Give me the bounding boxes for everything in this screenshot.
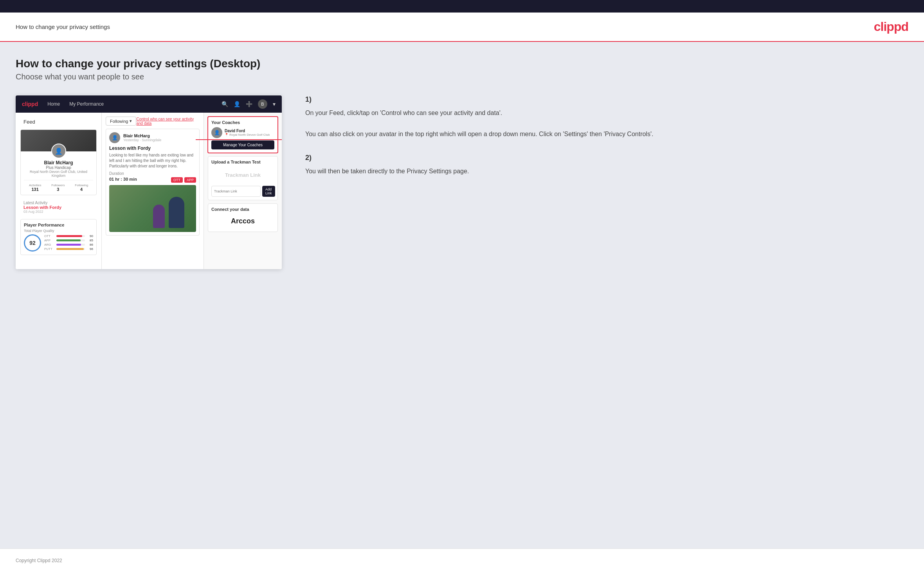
post-avatar: 👤 xyxy=(109,132,120,143)
post-tags: OTT APP xyxy=(171,177,196,183)
profile-card: 👤 Blair McHarg Plus Handicap Royal North… xyxy=(20,129,97,195)
search-icon[interactable]: 🔍 xyxy=(222,101,228,107)
golfer-silhouette xyxy=(169,197,184,228)
app-main: Following ▾ Control who can see your act… xyxy=(102,113,204,269)
post-duration-label: Duration xyxy=(109,171,196,176)
instruction-1-text: On your Feed, click/tap on 'Control who … xyxy=(305,108,908,140)
pp-title: Player Performance xyxy=(24,223,93,227)
main-content: How to change your privacy settings (Des… xyxy=(0,42,924,548)
pp-quality-label: Total Player Quality xyxy=(24,229,93,233)
following-label: Following xyxy=(110,119,128,124)
top-bar xyxy=(0,0,924,13)
trackman-title: Upload a Trackman Test xyxy=(211,160,274,164)
trackman-card: Upload a Trackman Test Trackman Link Add… xyxy=(208,156,278,200)
pp-stat-putt: PUTT 96 xyxy=(44,247,93,251)
trackman-input[interactable] xyxy=(211,186,261,197)
stat-followers-value: 3 xyxy=(51,187,65,192)
instruction-1: 1) On your Feed, click/tap on 'Control w… xyxy=(305,95,908,140)
post-duration-value: 01 hr : 30 min xyxy=(109,177,137,182)
footer: Copyright Clippd 2022 xyxy=(0,548,924,572)
people-icon[interactable]: 👤 xyxy=(234,101,240,107)
latest-activity-label: Latest Activity xyxy=(23,201,94,205)
instructions-col: 1) On your Feed, click/tap on 'Control w… xyxy=(297,95,908,191)
feed-header: Following ▾ Control who can see your act… xyxy=(106,117,200,126)
profile-name: Blair McHarg xyxy=(24,160,93,165)
app-nav-icons: 🔍 👤 ➕ B ▾ xyxy=(222,99,276,109)
profile-handicap: Plus Handicap xyxy=(24,165,93,170)
instruction-1-number: 1) xyxy=(305,95,908,104)
chevron-down-icon[interactable]: ▾ xyxy=(273,101,276,107)
clippd-logo: clippd xyxy=(874,20,908,34)
tag-app: APP xyxy=(184,177,196,183)
control-link[interactable]: Control who can see your activity and da… xyxy=(136,117,200,126)
pp-stats: OTT 90 APP xyxy=(44,234,93,252)
stat-followers-label: Followers xyxy=(51,183,65,187)
profile-club: Royal North Devon Golf Club, United King… xyxy=(24,170,93,178)
profile-avatar: 👤 xyxy=(51,144,66,158)
coaches-card: Your Coaches 👤 David Ford 📍 Royal North … xyxy=(208,117,278,153)
add-link-button[interactable]: Add Link xyxy=(262,186,275,197)
add-icon[interactable]: ➕ xyxy=(246,101,252,107)
instruction-2-number: 2) xyxy=(305,154,908,162)
stat-activities-value: 131 xyxy=(29,187,41,192)
avatar-button[interactable]: B xyxy=(258,99,267,109)
trackman-placeholder: Trackman Link xyxy=(211,167,274,183)
tag-ott: OTT xyxy=(171,177,183,183)
stat-following: Following 4 xyxy=(75,183,88,192)
latest-activity-title: Lesson with Fordy xyxy=(23,205,94,210)
app-logo: clippd xyxy=(22,101,38,107)
pp-stat-ott: OTT 90 xyxy=(44,234,93,238)
annotation-arrow xyxy=(196,136,282,144)
profile-banner: 👤 xyxy=(21,130,96,151)
post-footer: 01 hr : 30 min OTT APP xyxy=(109,176,196,183)
stat-activities-label: Activities xyxy=(29,183,41,187)
post-description: Looking to feel like my hands are exitin… xyxy=(109,153,196,169)
instruction-2: 2) You will then be taken directly to th… xyxy=(305,154,908,176)
chevron-icon: ▾ xyxy=(130,119,132,124)
connect-card: Connect your data Arccos xyxy=(208,203,278,232)
content-row: clippd Home My Performance 🔍 👤 ➕ B ▾ Fee… xyxy=(16,95,908,269)
trackman-input-row: Add Link xyxy=(211,186,274,197)
stat-activities: Activities 131 xyxy=(29,183,41,192)
coach-name: David Ford xyxy=(225,129,270,133)
feed-tab[interactable]: Feed xyxy=(20,117,97,126)
app-body: Feed 👤 Blair McHarg Plus Handicap Royal … xyxy=(16,113,282,269)
stat-following-label: Following xyxy=(75,183,88,187)
instruction-2-text: You will then be taken directly to the P… xyxy=(305,166,908,176)
player-performance: Player Performance Total Player Quality … xyxy=(20,219,97,255)
following-button[interactable]: Following ▾ xyxy=(106,117,136,126)
footer-copyright: Copyright Clippd 2022 xyxy=(16,558,62,563)
pp-score-circle: 92 xyxy=(24,234,41,252)
pp-stat-app: APP 85 xyxy=(44,239,93,242)
hero-subtitle: Choose what you want people to see xyxy=(16,72,908,81)
app-navbar: clippd Home My Performance 🔍 👤 ➕ B ▾ xyxy=(16,95,282,113)
stat-following-value: 4 xyxy=(75,187,88,192)
post-meta: Yesterday · Sunningdale xyxy=(123,138,161,142)
coaches-title: Your Coaches xyxy=(211,120,274,125)
post-author-info: Blair McHarg Yesterday · Sunningdale xyxy=(123,133,161,142)
nav-performance[interactable]: My Performance xyxy=(69,101,104,107)
post-author: Blair McHarg xyxy=(123,133,161,138)
arccos-logo: Arccos xyxy=(211,214,274,228)
post-image xyxy=(109,185,196,232)
post-header: 👤 Blair McHarg Yesterday · Sunningdale xyxy=(109,132,196,143)
screenshot-wrapper: clippd Home My Performance 🔍 👤 ➕ B ▾ Fee… xyxy=(16,95,282,269)
pp-stat-arg: ARG 86 xyxy=(44,243,93,246)
page-header: How to change your privacy settings clip… xyxy=(0,13,924,42)
profile-stats: Activities 131 Followers 3 Following 4 xyxy=(24,180,93,192)
latest-activity: Latest Activity Lesson with Fordy 03 Aug… xyxy=(20,198,97,216)
page-header-title: How to change your privacy settings xyxy=(16,23,110,30)
post-card: 👤 Blair McHarg Yesterday · Sunningdale L… xyxy=(106,129,200,235)
app-sidebar: Feed 👤 Blair McHarg Plus Handicap Royal … xyxy=(16,113,102,269)
stat-followers: Followers 3 xyxy=(51,183,65,192)
coach-info: David Ford 📍 Royal North Devon Golf Club xyxy=(225,129,270,137)
golfer2-silhouette xyxy=(153,205,165,228)
nav-home[interactable]: Home xyxy=(47,101,60,107)
latest-activity-date: 03 Aug 2022 xyxy=(23,210,94,214)
connect-title: Connect your data xyxy=(211,207,274,212)
pp-row: 92 OTT 90 APP xyxy=(24,234,93,252)
hero-title: How to change your privacy settings (Des… xyxy=(16,58,908,70)
post-title: Lesson with Fordy xyxy=(109,146,196,151)
